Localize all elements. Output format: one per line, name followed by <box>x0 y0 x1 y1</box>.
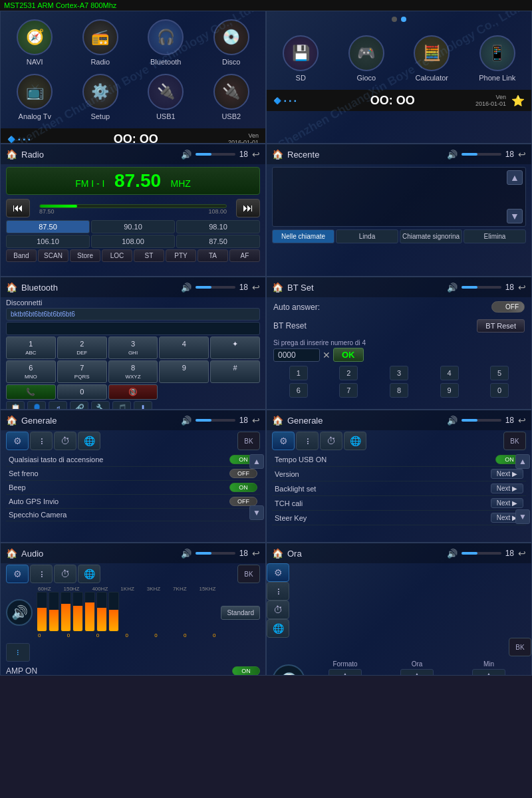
band-btn[interactable]: Band <box>6 249 37 262</box>
nav-icon-gioco[interactable]: 🎮 Gioco <box>335 33 398 84</box>
pin-field[interactable]: 0000 <box>273 348 320 362</box>
audio-icon-btn[interactable]: ⫶ <box>6 643 30 662</box>
nav-icon-calculator[interactable]: 🧮 Calculator <box>400 33 464 84</box>
tab-linda[interactable]: Linda <box>336 229 398 243</box>
home-icon-ora[interactable]: 🏠 <box>272 548 283 559</box>
key-7[interactable]: 7PQRS <box>57 360 107 383</box>
bt-reset-button[interactable]: BT Reset <box>477 319 525 332</box>
ora-tab-gear[interactable]: ⚙ <box>267 563 289 582</box>
gen2-tab-globe[interactable]: 🌐 <box>344 432 366 450</box>
key-8[interactable]: 8WXYZ <box>108 360 158 383</box>
bt-dl-btn[interactable]: ⬇ <box>134 401 152 410</box>
ta-btn[interactable]: TA <box>198 249 228 262</box>
nav-icon-usb1[interactable]: 🔌 USB1 <box>134 71 198 123</box>
preset-btn-1[interactable]: 90.10 <box>91 220 175 233</box>
numpad-6[interactable]: 6 <box>289 383 308 398</box>
prev-station-btn[interactable]: ⏮ <box>6 199 30 217</box>
nav-icon-setup[interactable]: ⚙️ Setup <box>69 71 132 123</box>
eq-band-1k[interactable] <box>72 592 83 632</box>
eq-band-15k[interactable] <box>108 592 119 632</box>
scan-btn[interactable]: SCAN <box>38 249 68 262</box>
home-icon-radio[interactable]: 🏠 <box>6 149 17 160</box>
preset-btn-2[interactable]: 98.10 <box>176 220 260 233</box>
home-icon-gen2[interactable]: 🏠 <box>272 415 283 426</box>
bt-music-btn[interactable]: ♬ <box>49 401 67 410</box>
key-6[interactable]: 6MNO <box>6 360 56 383</box>
nav-icon-sd[interactable]: 💾 SD <box>269 33 332 84</box>
nav-icon-usb2[interactable]: 🔌 USB2 <box>200 71 263 123</box>
numpad-5[interactable]: 5 <box>490 366 509 380</box>
ok-button[interactable]: OK <box>333 348 364 362</box>
settings-scroll-up[interactable]: ▲ <box>249 454 264 469</box>
nav-icon-bluetooth[interactable]: 🎧 Bluetooth <box>134 17 198 68</box>
st-btn[interactable]: ST <box>134 249 164 262</box>
audio-back-btn[interactable]: ↩ <box>252 548 260 559</box>
key-4[interactable]: 4 <box>159 336 209 359</box>
preset-btn-0[interactable]: 87.50 <box>6 220 90 233</box>
tab-elimina[interactable]: Elimina <box>464 229 526 243</box>
pty-btn[interactable]: PTY <box>166 249 196 262</box>
key-hash[interactable]: # <box>210 360 260 383</box>
amp-toggle[interactable]: ON <box>232 666 260 676</box>
gen2-tab-bk[interactable]: BK <box>503 432 526 450</box>
home-icon-btset[interactable]: 🏠 <box>272 282 283 293</box>
home-icon-bt[interactable]: 🏠 <box>6 282 17 293</box>
numpad-4[interactable]: 4 <box>440 366 459 380</box>
numpad-7[interactable]: 7 <box>339 383 358 398</box>
preset-btn-3[interactable]: 106.10 <box>6 235 90 248</box>
recente-back-btn[interactable]: ↩ <box>518 149 526 160</box>
numpad-0[interactable]: 0 <box>490 383 509 398</box>
af-btn[interactable]: AF <box>229 249 260 262</box>
gen1-back-btn[interactable]: ↩ <box>252 415 260 426</box>
home-icon-audio[interactable]: 🏠 <box>6 548 17 559</box>
eq-band-400[interactable] <box>61 592 71 632</box>
settings-scroll-down[interactable]: ▼ <box>249 505 264 520</box>
next-station-btn[interactable]: ⏭ <box>236 199 260 217</box>
auto-answer-toggle[interactable]: OFF <box>491 301 525 313</box>
audio-tab-gear[interactable]: ⚙ <box>6 565 29 583</box>
min-up-btn[interactable]: ▲ <box>472 669 505 676</box>
gen-tab-globe[interactable]: 🌐 <box>78 432 100 450</box>
gen2-scroll-down[interactable]: ▼ <box>515 509 530 524</box>
key-3[interactable]: 3GHI <box>108 336 158 359</box>
pin-clear-btn[interactable]: ✕ <box>323 350 331 360</box>
nav-icon-navi[interactable]: 🧭 NAVI <box>3 17 66 68</box>
nav-icon-disco[interactable]: 💿 Disco <box>200 17 263 68</box>
ora-tab-globe[interactable]: 🌐 <box>267 619 289 638</box>
numpad-1[interactable]: 1 <box>289 366 308 380</box>
eq-band-60[interactable] <box>37 592 47 632</box>
radio-back-btn[interactable]: ↩ <box>252 149 260 160</box>
tab-chiamate-signorina[interactable]: Chiamate signorina <box>400 229 462 243</box>
gen2-tab-clock[interactable]: ⏱ <box>320 432 342 450</box>
btset-back-btn[interactable]: ↩ <box>518 282 526 293</box>
gen2-tab-eq[interactable]: ⫶ <box>296 432 319 450</box>
eq-band-7k[interactable] <box>96 592 107 632</box>
key-0[interactable]: 0 <box>57 384 107 400</box>
preset-btn-5[interactable]: 87.50 <box>176 235 260 248</box>
gen2-back-btn[interactable]: ↩ <box>518 415 526 426</box>
numpad-9[interactable]: 9 <box>440 383 459 398</box>
eq-band-3k[interactable] <box>84 592 95 632</box>
key-call[interactable]: 📞 <box>6 384 56 400</box>
bt-recent-btn[interactable]: 📋 <box>6 401 25 410</box>
numpad-8[interactable]: 8 <box>390 383 408 398</box>
ora-up-btn[interactable]: ▲ <box>400 669 434 676</box>
audio-tab-eq[interactable]: ⫶ <box>30 565 53 583</box>
gen-tab-clock[interactable]: ⏱ <box>54 432 76 450</box>
key-2[interactable]: 2DEF <box>57 336 107 359</box>
eq-band-150[interactable] <box>49 592 59 632</box>
eq-standard-btn[interactable]: Standard <box>221 606 260 620</box>
gen2-scroll-up[interactable]: ▲ <box>515 454 530 469</box>
bt-key-btn[interactable]: 🔧 <box>91 401 110 410</box>
audio-tab-bk[interactable]: BK <box>237 565 260 583</box>
key-star[interactable]: ✦ <box>210 336 260 359</box>
tab-nelle-chiamate[interactable]: Nelle chiamate <box>272 229 334 243</box>
audio-tab-globe[interactable]: 🌐 <box>78 565 100 583</box>
formato-up-btn[interactable]: ▲ <box>329 669 362 676</box>
key-1[interactable]: 1ABC <box>6 336 56 359</box>
ora-tab-bk[interactable]: BK <box>509 638 531 656</box>
key-9[interactable]: 9 <box>159 360 209 383</box>
key-endcall[interactable]: 📵 <box>108 384 158 400</box>
home-icon-recente[interactable]: 🏠 <box>272 149 283 160</box>
audio-tab-clock[interactable]: ⏱ <box>54 565 76 583</box>
